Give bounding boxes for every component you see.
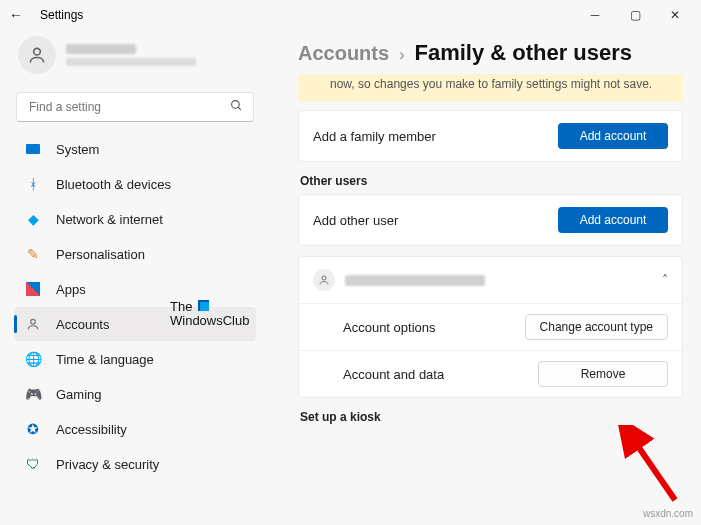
change-account-type-button[interactable]: Change account type xyxy=(525,314,668,340)
sidebar-item-label: Accounts xyxy=(56,317,109,332)
brush-icon: ✎ xyxy=(24,245,42,263)
svg-point-0 xyxy=(34,48,41,55)
accessibility-icon: ✪ xyxy=(24,420,42,438)
remove-button[interactable]: Remove xyxy=(538,361,668,387)
bluetooth-icon: ᚼ xyxy=(24,175,42,193)
kiosk-heading: Set up a kiosk xyxy=(300,410,683,424)
add-other-label: Add other user xyxy=(313,213,398,228)
avatar xyxy=(18,36,56,74)
sidebar-item-gaming[interactable]: 🎮Gaming xyxy=(14,377,256,411)
display-icon xyxy=(24,140,42,158)
maximize-button[interactable]: ▢ xyxy=(615,1,655,29)
add-family-account-button[interactable]: Add account xyxy=(558,123,668,149)
profile-text xyxy=(66,44,196,66)
warning-banner: now, so changes you make to family setti… xyxy=(298,74,683,102)
other-users-heading: Other users xyxy=(300,174,683,188)
sidebar-item-label: Privacy & security xyxy=(56,457,159,472)
globe-icon: 🌐 xyxy=(24,350,42,368)
apps-icon xyxy=(24,280,42,298)
close-button[interactable]: ✕ xyxy=(655,1,695,29)
wifi-icon: ◆ xyxy=(24,210,42,228)
other-user-row[interactable]: ˄ xyxy=(299,257,682,303)
sidebar-item-time[interactable]: 🌐Time & language xyxy=(14,342,256,376)
minimize-button[interactable]: ─ xyxy=(575,1,615,29)
gamepad-icon: 🎮 xyxy=(24,385,42,403)
sidebar-item-label: Apps xyxy=(56,282,86,297)
account-data-label: Account and data xyxy=(343,367,444,382)
source-watermark: wsxdn.com xyxy=(643,508,693,519)
sidebar-item-system[interactable]: System xyxy=(14,132,256,166)
window-title: Settings xyxy=(40,8,83,22)
sidebar-item-accessibility[interactable]: ✪Accessibility xyxy=(14,412,256,446)
add-other-account-button[interactable]: Add account xyxy=(558,207,668,233)
search-icon xyxy=(230,99,243,115)
banner-text: now, so changes you make to family setti… xyxy=(330,77,652,91)
sidebar-item-network[interactable]: ◆Network & internet xyxy=(14,202,256,236)
search-box[interactable] xyxy=(16,92,254,122)
chevron-up-icon: ˄ xyxy=(662,273,668,287)
sidebar-item-personalisation[interactable]: ✎Personalisation xyxy=(14,237,256,271)
add-family-label: Add a family member xyxy=(313,129,436,144)
sidebar-item-label: Gaming xyxy=(56,387,102,402)
sidebar-item-privacy[interactable]: 🛡Privacy & security xyxy=(14,447,256,481)
account-options-label: Account options xyxy=(343,320,436,335)
chevron-right-icon: › xyxy=(399,46,404,64)
shield-icon: 🛡 xyxy=(24,455,42,473)
svg-point-3 xyxy=(31,319,36,324)
profile-block[interactable] xyxy=(14,30,256,88)
watermark: The WindowsClub xyxy=(170,300,249,329)
sidebar-item-label: System xyxy=(56,142,99,157)
page-title: Family & other users xyxy=(414,40,632,66)
person-icon xyxy=(313,269,335,291)
other-user-name xyxy=(345,275,652,286)
sidebar-item-label: Bluetooth & devices xyxy=(56,177,171,192)
svg-point-1 xyxy=(232,101,240,109)
person-icon xyxy=(24,315,42,333)
breadcrumb: Accounts › Family & other users xyxy=(298,40,683,66)
back-button[interactable]: ← xyxy=(6,7,26,23)
sidebar-item-bluetooth[interactable]: ᚼBluetooth & devices xyxy=(14,167,256,201)
search-input[interactable] xyxy=(27,99,207,115)
sidebar-item-label: Network & internet xyxy=(56,212,163,227)
sidebar-item-label: Time & language xyxy=(56,352,154,367)
svg-line-2 xyxy=(238,107,241,110)
sidebar-item-label: Accessibility xyxy=(56,422,127,437)
breadcrumb-parent[interactable]: Accounts xyxy=(298,42,389,65)
svg-point-4 xyxy=(322,276,326,280)
sidebar-item-label: Personalisation xyxy=(56,247,145,262)
